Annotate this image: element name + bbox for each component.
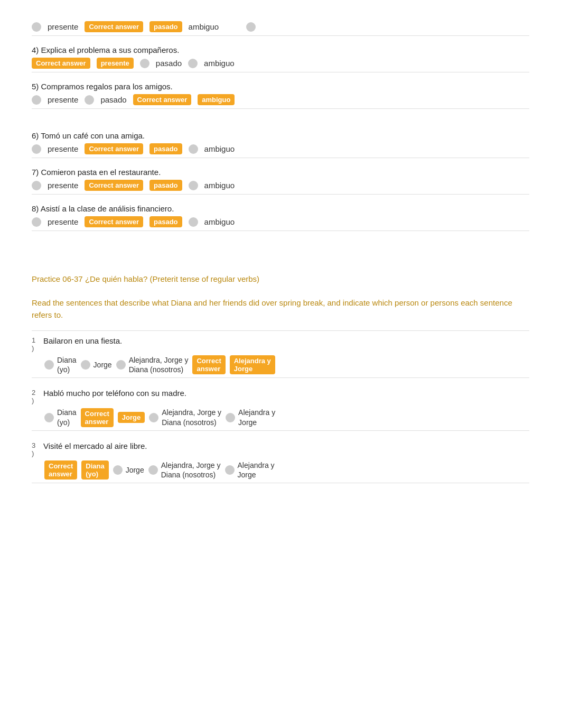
q4-ambiguo: ambiguo [204, 59, 235, 68]
divider-q7 [32, 194, 529, 195]
q8-options: presente Correct answer pasado ambiguo [32, 216, 529, 227]
correct-answer-badge: Correct answer [85, 21, 143, 32]
divider-q6 [32, 158, 529, 158]
divider [32, 35, 529, 36]
option-presente: presente [48, 22, 78, 31]
q5-ambiguo-badge[interactable]: ambiguo [198, 94, 235, 105]
question-8: 8) Asistí a la clase de análisis financi… [32, 204, 529, 231]
pq1-options: Diana(yo) Jorge Alejandra, Jorge yDiana … [32, 355, 529, 374]
read-instruction: Read the sentences that describe what Di… [32, 297, 529, 321]
pq1-alejandra-jorge-badge[interactable]: Alejandra yJorge [230, 355, 275, 374]
pq1-opt-diana: Diana(yo) [44, 355, 77, 374]
q6-pasado-badge[interactable]: pasado [149, 143, 182, 154]
pq2-header: 2) Habló mucho por teléfono con su madre… [32, 389, 529, 404]
q8-pasado-badge[interactable]: pasado [149, 216, 182, 227]
pq3-opt-nosotros: Alejandra, Jorge yDiana (nosotros) [148, 460, 221, 480]
pq2-opt-jorge: Jorge [118, 412, 145, 423]
pq2-text: Habló mucho por teléfono con su madre. [43, 389, 186, 398]
divider-pq2 [32, 430, 529, 431]
option-ambiguo: ambiguo [189, 22, 219, 31]
pq2-opt-alejandra-jorge: Alejandra yJorge [226, 408, 275, 427]
pq1-number: 1) [32, 336, 41, 352]
pq1-header: 1) Bailaron en una fiesta. [32, 336, 529, 352]
q4-pasado: pasado [156, 59, 182, 68]
pq1-label-diana: Diana(yo) [57, 355, 77, 374]
q5-presente: presente [48, 95, 78, 104]
top-options-row: presente Correct answer pasado ambiguo [32, 21, 529, 32]
pq3-opt-diana: Diana(yo) [81, 460, 108, 480]
question-7: 7) Comieron pasta en el restaurante. pre… [32, 168, 529, 195]
radio-circle-2[interactable] [246, 22, 256, 32]
q7-pasado-badge[interactable]: pasado [149, 180, 182, 191]
q6-radio1[interactable] [32, 144, 41, 154]
pq2-options: Diana(yo) Correctanswer Jorge Alejandra,… [32, 408, 529, 427]
divider-q8 [32, 231, 529, 231]
q8-ambiguo: ambiguo [204, 217, 235, 226]
radio-circle[interactable] [32, 22, 41, 32]
person-question-2: 2) Habló mucho por teléfono con su madre… [32, 389, 529, 430]
q5-pasado: pasado [100, 95, 126, 104]
q6-radio2[interactable] [189, 144, 198, 154]
pq3-options: Correctanswer Diana(yo) Jorge Alejandra,… [32, 460, 529, 480]
pq1-label-jorge: Jorge [94, 360, 112, 370]
pq2-correct-badge: Correctanswer [81, 408, 114, 427]
pq1-radio-diana[interactable] [44, 360, 54, 370]
q5-options: presente pasado Correct answer ambiguo [32, 94, 529, 105]
pq1-radio-nosotros[interactable] [116, 360, 126, 370]
pq1-opt-alejandra-nosotros: Alejandra, Jorge yDiana (nosotros) [116, 355, 189, 374]
question-7-text: 7) Comieron pasta en el restaurante. [32, 168, 529, 177]
question-4: 4) Explica el problema a sus compañeros.… [32, 45, 529, 72]
pq2-radio-alejandra[interactable] [226, 413, 235, 422]
q7-ambiguo: ambiguo [204, 181, 235, 190]
pasado-badge[interactable]: pasado [149, 21, 182, 32]
q6-presente: presente [48, 144, 78, 153]
pq3-diana-badge[interactable]: Diana(yo) [81, 460, 108, 480]
pq2-jorge-badge[interactable]: Jorge [118, 412, 145, 423]
question-4-text: 4) Explica el problema a sus compañeros. [32, 45, 529, 54]
pq3-radio-nosotros[interactable] [148, 465, 158, 475]
q5-radio2[interactable] [85, 95, 94, 105]
pq3-opt-jorge: Jorge [113, 465, 144, 475]
q5-correct-badge: Correct answer [133, 94, 192, 105]
pq2-label-alejandra-jorge: Alejandra yJorge [238, 408, 275, 427]
pq3-radio-alejandra[interactable] [225, 465, 235, 475]
pq3-label-alejandra-jorge: Alejandra yJorge [238, 460, 275, 480]
person-question-3: 3) Visité el mercado al aire libre. Corr… [32, 441, 529, 483]
q8-radio1[interactable] [32, 217, 41, 227]
pq2-radio-diana[interactable] [44, 413, 54, 422]
pq1-correct-badge: Correctanswer [192, 355, 225, 374]
q7-radio2[interactable] [189, 181, 198, 190]
page: presente Correct answer pasado ambiguo 4… [0, 0, 561, 515]
pq2-opt-nosotros: Alejandra, Jorge yDiana (nosotros) [149, 408, 221, 427]
pq2-radio-nosotros[interactable] [149, 413, 158, 422]
pq2-number: 2) [32, 389, 41, 404]
q7-correct-badge: Correct answer [85, 180, 143, 191]
pq3-opt-alejandra-jorge: Alejandra yJorge [225, 460, 275, 480]
q4-options: Correct answer presente pasado ambiguo [32, 58, 529, 69]
question-6-text: 6) Tomó un café con una amiga. [32, 131, 529, 140]
q4-radio2[interactable] [188, 59, 198, 68]
pq1-opt-correct: Correctanswer [192, 355, 225, 374]
pq3-correct-badge: Correctanswer [44, 460, 77, 480]
pq3-radio-jorge[interactable] [113, 465, 123, 475]
q7-radio1[interactable] [32, 181, 41, 190]
pq3-opt-correct: Correctanswer [44, 460, 77, 480]
q6-correct-badge: Correct answer [85, 143, 143, 154]
pq1-radio-jorge[interactable] [81, 360, 90, 370]
q8-correct-badge: Correct answer [85, 216, 143, 227]
pq3-number: 3) [32, 441, 41, 457]
person-question-1: 1) Bailaron en una fiesta. Diana(yo) Jor… [32, 336, 529, 378]
q4-presente-badge[interactable]: presente [97, 58, 134, 69]
q4-radio1[interactable] [140, 59, 149, 68]
pq1-opt-alejandra-jorge: Alejandra yJorge [230, 355, 275, 374]
pq2-label-nosotros: Alejandra, Jorge yDiana (nosotros) [162, 408, 221, 427]
question-5: 5) Compramos regalos para los amigos. pr… [32, 82, 529, 109]
pq1-opt-jorge: Jorge [81, 360, 112, 370]
divider-instruction [32, 330, 529, 331]
divider-q5 [32, 108, 529, 109]
q8-radio2[interactable] [189, 217, 198, 227]
q7-presente: presente [48, 181, 78, 190]
q5-radio1[interactable] [32, 95, 41, 105]
q8-presente: presente [48, 217, 78, 226]
practice-title: Practice 06-37 ¿De quién habla? (Preteri… [32, 274, 529, 283]
